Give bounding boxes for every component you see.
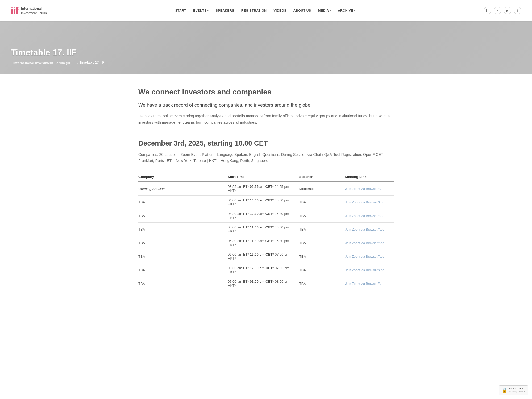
cell-speaker: TBA [299,223,345,236]
linkedin-icon[interactable]: in [484,7,491,14]
col-header-company: Company [138,172,228,182]
site-logo[interactable]: iif International Investment Forum [11,6,47,15]
breadcrumb-home[interactable]: International Investment Forum (IIF) [11,60,75,66]
site-header: iif International Investment Forum START… [0,0,532,21]
cell-meeting-link: Join Zoom via Browser/App [345,263,394,277]
nav-start[interactable]: START [173,7,189,14]
facebook-icon[interactable]: f [514,7,521,14]
cell-meeting-link: Join Zoom via Browser/App [345,196,394,209]
nav-events[interactable]: EVENTS ▾ [190,7,211,14]
event-meta: Companies: 20 Location: Zoom Event-Platf… [138,152,394,164]
cell-start-time: 06.30 am ET* 12.30 pm CET* 07.30 pm HKT* [228,263,299,277]
join-zoom-link[interactable]: Join Zoom via Browser/App [345,241,384,245]
cell-start-time: 05.00 am ET* 11.00 am CET* 06.00 pm HKT* [228,223,299,236]
cell-speaker: TBA [299,250,345,263]
table-row: TBA04.30 am ET* 10.30 am CET* 05.30 pm H… [138,209,394,223]
join-zoom-link[interactable]: Join Zoom via Browser/App [345,255,384,259]
archive-dropdown-arrow: ▾ [354,9,355,12]
nav-videos[interactable]: VIDEOS [271,7,289,14]
table-row: TBA05.30 am ET* 11.30 am CET* 06.30 pm H… [138,236,394,250]
cell-company: TBA [138,250,228,263]
table-row: TBA06.00 am ET* 12.00 pm CET* 07.00 pm H… [138,250,394,263]
cell-start-time: 04.30 am ET* 10.30 am CET* 05.30 pm HKT* [228,209,299,223]
cell-start-time: 07.00 am ET* 01.00 pm CET* 08.00 pm HKT* [228,277,299,290]
main-content: We connect investors and companies We ha… [133,74,399,312]
col-header-start: Start Time [228,172,299,182]
timetable: Company Start Time Speaker Meeting-Link … [138,172,394,290]
events-dropdown-arrow: ▾ [207,9,209,12]
event-heading: December 3rd, 2025, starting 10.00 CET [138,139,394,147]
join-zoom-link[interactable]: Join Zoom via Browser/App [345,282,384,286]
join-zoom-link[interactable]: Join Zoom via Browser/App [345,201,384,204]
table-row: TBA06.30 am ET* 12.30 pm CET* 07.30 pm H… [138,263,394,277]
join-zoom-link[interactable]: Join Zoom via Browser/App [345,187,384,191]
cell-company: TBA [138,223,228,236]
nav-archive[interactable]: ARCHIVE ▾ [335,7,358,14]
cell-meeting-link: Join Zoom via Browser/App [345,277,394,290]
section-heading: We connect investors and companies [138,88,394,96]
nav-speakers[interactable]: SPEAKERS [213,7,237,14]
description-text: IIF investment online events bring toget… [138,113,394,126]
cell-meeting-link: Join Zoom via Browser/App [345,209,394,223]
cell-company: TBA [138,209,228,223]
hero-content: Timetable 17. IIF International Investme… [11,48,521,66]
twitter-icon[interactable]: ✕ [494,7,501,14]
media-dropdown-arrow: ▾ [330,9,331,12]
table-row: Opening Session03.55 am ET* 09.55 am CET… [138,182,394,196]
cell-speaker: TBA [299,277,345,290]
cell-start-time: 03.55 am ET* 09.55 am CET* 04.55 pm HKT* [228,182,299,196]
social-icons-group: in ✕ ▶ f [484,7,521,14]
nav-registration[interactable]: REGISTRATION [239,7,269,14]
subtitle-text: We have a track record of connecting com… [138,102,394,109]
cell-company: TBA [138,236,228,250]
hero-section: Timetable 17. IIF International Investme… [0,21,532,74]
table-row: TBA05.00 am ET* 11.00 am CET* 06.00 pm H… [138,223,394,236]
cell-speaker: Moderation [299,182,345,196]
cell-speaker: TBA [299,236,345,250]
cell-speaker: TBA [299,263,345,277]
join-zoom-link[interactable]: Join Zoom via Browser/App [345,214,384,218]
cell-company: TBA [138,263,228,277]
join-zoom-link[interactable]: Join Zoom via Browser/App [345,268,384,272]
cell-speaker: TBA [299,196,345,209]
cell-meeting-link: Join Zoom via Browser/App [345,182,394,196]
breadcrumb: International Investment Forum (IIF) › T… [11,60,521,66]
cell-company: TBA [138,196,228,209]
logo-abbr: iif [11,6,18,15]
cell-meeting-link: Join Zoom via Browser/App [345,223,394,236]
table-row: TBA04.00 am ET* 10.00 am CET* 05.00 pm H… [138,196,394,209]
col-header-link: Meeting-Link [345,172,394,182]
cell-meeting-link: Join Zoom via Browser/App [345,250,394,263]
cell-start-time: 06.00 am ET* 12.00 pm CET* 07.00 pm HKT* [228,250,299,263]
nav-media[interactable]: MEDIA ▾ [315,7,334,14]
nav-about-us[interactable]: ABOUT US [291,7,314,14]
cell-meeting-link: Join Zoom via Browser/App [345,236,394,250]
join-zoom-link[interactable]: Join Zoom via Browser/App [345,228,384,231]
youtube-icon[interactable]: ▶ [504,7,511,14]
col-header-speaker: Speaker [299,172,345,182]
breadcrumb-current: Timetable 17. IIF [80,61,104,65]
cell-speaker: TBA [299,209,345,223]
cell-company: TBA [138,277,228,290]
table-header-row: Company Start Time Speaker Meeting-Link [138,172,394,182]
hero-title: Timetable 17. IIF [11,48,521,57]
breadcrumb-separator: › [77,61,78,65]
cell-company: Opening Session [138,182,228,196]
cell-start-time: 05.30 am ET* 11.30 am CET* 06.30 pm HKT* [228,236,299,250]
cell-start-time: 04.00 am ET* 10.00 am CET* 05.00 pm HKT* [228,196,299,209]
logo-text: International Investment Forum [21,6,47,15]
main-nav: START EVENTS ▾ SPEAKERS REGISTRATION VID… [173,7,358,14]
table-row: TBA07.00 am ET* 01.00 pm CET* 08.00 pm H… [138,277,394,290]
